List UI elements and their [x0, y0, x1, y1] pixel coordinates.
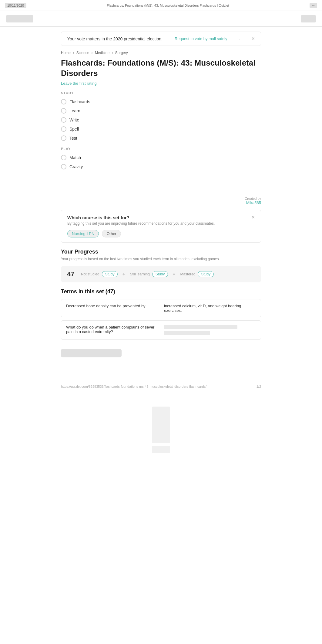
breadcrumb-sep-1: › — [73, 51, 75, 55]
course-tag-box: × Which course is this set for? By taggi… — [61, 210, 261, 243]
breadcrumb-home[interactable]: Home — [61, 51, 71, 55]
progress-section: Your Progress Your progress is based on … — [61, 249, 261, 282]
mastered-study-btn[interactable]: Study — [198, 271, 214, 277]
not-studied-label: Not studied — [81, 272, 99, 276]
terms-title: Terms in this set (47) — [61, 288, 261, 295]
play-section-label: PLAY — [61, 147, 261, 151]
course-tag-other[interactable]: Other — [102, 230, 121, 237]
course-tag-nursing[interactable]: Nursing-LPN — [67, 230, 99, 237]
still-learning-study-btn[interactable]: Study — [152, 271, 168, 277]
not-studied-item: Not studied Study — [81, 271, 118, 277]
terms-section: Terms in this set (47) Decreased bone de… — [61, 288, 261, 340]
term-question-2: What do you do when a patient complains … — [66, 325, 158, 335]
still-learning-label: Still learning — [130, 272, 149, 276]
created-by-label: Created by — [61, 197, 261, 200]
study-mode-write[interactable]: Write — [61, 115, 261, 124]
created-by-section: Created by Mika585 — [61, 197, 261, 205]
write-label: Write — [69, 118, 79, 122]
progress-title: Your Progress — [61, 249, 261, 255]
bottom-image-1 — [152, 407, 170, 443]
gravity-label: Gravity — [69, 164, 83, 169]
bottom-image-2 — [152, 446, 170, 453]
footer: https://quizlet.com/82993536/flashcards-… — [61, 385, 261, 388]
progress-dot-2: ◆ — [173, 272, 175, 276]
learn-label: Learn — [69, 108, 80, 113]
term-answer-1: increased calcium, vit D, and weight bea… — [164, 304, 256, 313]
term-answer-2-blurred — [164, 325, 256, 335]
learn-icon — [61, 108, 66, 114]
play-mode-gravity[interactable]: Gravity — [61, 162, 261, 171]
spell-icon — [61, 126, 66, 132]
creator-name[interactable]: Mika585 — [61, 200, 261, 205]
breadcrumb-sep-3: › — [112, 51, 114, 55]
breadcrumb-science[interactable]: Science — [76, 51, 89, 55]
top-bar-menu-button[interactable]: ··· — [310, 3, 317, 8]
mastered-label: Mastered — [180, 272, 195, 276]
vote-by-mail-link[interactable]: Request to vote by mail safely — [175, 36, 227, 41]
course-box-title: Which course is this set for? — [67, 215, 255, 220]
table-row: What do you do when a patient complains … — [61, 320, 261, 340]
course-tags: Nursing-LPN Other — [67, 230, 255, 237]
second-banner — [61, 349, 122, 357]
footer-url: https://quizlet.com/82993536/flashcards-… — [61, 385, 206, 388]
test-label: Test — [69, 136, 77, 141]
play-mode-match[interactable]: Match — [61, 153, 261, 162]
match-icon — [61, 155, 66, 160]
play-section: PLAY Match Gravity — [61, 147, 261, 171]
course-box-close[interactable]: × — [251, 214, 255, 221]
blurred-answer-2 — [164, 331, 210, 335]
study-mode-learn[interactable]: Learn — [61, 106, 261, 115]
course-box-subtitle: By tagging this set you are improving fu… — [67, 221, 255, 226]
study-mode-spell[interactable]: Spell — [61, 124, 261, 134]
spell-label: Spell — [69, 127, 79, 131]
flashcards-icon — [61, 99, 66, 104]
breadcrumb-medicine[interactable]: Medicine — [95, 51, 109, 55]
test-icon — [61, 135, 66, 141]
top-bar-page-title: Flashcards: Foundations (M/S): 43: Muscu… — [107, 4, 229, 7]
breadcrumb: Home › Science › Medicine › Surgery — [61, 51, 261, 55]
play-mode-list: Match Gravity — [61, 153, 261, 171]
mastered-item: Mastered Study — [180, 271, 214, 277]
main-content: Home › Science › Medicine › Surgery Flas… — [55, 51, 267, 557]
top-bar-date: 10/11/2020 — [5, 3, 26, 8]
term-question-1: Decreased bone density can be prevented … — [66, 304, 158, 313]
election-text: Your vote matters in the 2020 presidenti… — [67, 36, 163, 41]
study-section: STUDY Flashcards Learn Write Spell Test — [61, 91, 261, 143]
nav-bar — [0, 11, 322, 27]
match-label: Match — [69, 155, 81, 160]
footer-pagination: 1/2 — [257, 385, 261, 388]
progress-count: 47 — [67, 270, 76, 278]
first-rating-link[interactable]: Leave the first rating — [61, 81, 261, 86]
study-section-label: STUDY — [61, 91, 261, 95]
election-banner-close[interactable]: × — [251, 36, 255, 42]
election-banner: Your vote matters in the 2020 presidenti… — [55, 32, 267, 46]
progress-subtitle: Your progress is based on the last two t… — [61, 257, 261, 261]
gravity-icon — [61, 164, 66, 169]
progress-bar: 47 Not studied Study ◆ Still learning St… — [61, 266, 261, 282]
bottom-image-section — [61, 400, 261, 459]
quizlet-logo[interactable] — [6, 15, 33, 22]
election-separator: · — [239, 36, 240, 41]
flashcards-label: Flashcards — [69, 99, 90, 104]
breadcrumb-surgery[interactable]: Surgery — [115, 51, 128, 55]
blurred-answer — [164, 325, 237, 329]
write-icon — [61, 117, 66, 123]
breadcrumb-sep-2: › — [92, 51, 94, 55]
study-mode-flashcards[interactable]: Flashcards — [61, 97, 261, 106]
study-mode-list: Flashcards Learn Write Spell Test — [61, 97, 261, 143]
table-row: Decreased bone density can be prevented … — [61, 299, 261, 317]
top-bar: 10/11/2020 Flashcards: Foundations (M/S)… — [0, 0, 322, 11]
login-button[interactable] — [301, 15, 316, 22]
not-studied-study-btn[interactable]: Study — [102, 271, 118, 277]
still-learning-item: Still learning Study — [130, 271, 168, 277]
study-mode-test[interactable]: Test — [61, 134, 261, 143]
progress-dot-1: ◆ — [122, 272, 125, 276]
page-title: Flashcards: Foundations (M/S): 43: Muscu… — [61, 58, 261, 79]
